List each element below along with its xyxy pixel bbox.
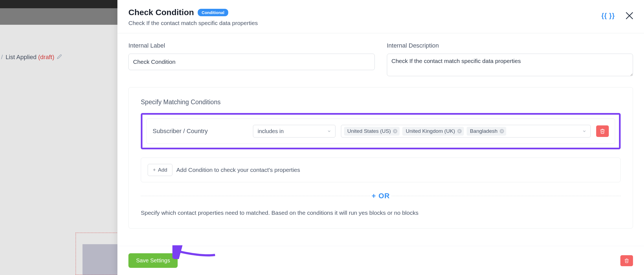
or-label: OR bbox=[379, 192, 390, 200]
conditions-panel: Specify Matching Conditions Subscriber /… bbox=[128, 87, 633, 229]
add-condition-row: + Add Add Condition to check your contac… bbox=[141, 158, 621, 182]
plus-icon: + bbox=[153, 167, 156, 173]
modal-subtitle: Check If the contact match specific data… bbox=[128, 20, 633, 26]
delete-condition-button[interactable] bbox=[596, 125, 609, 137]
modal-footer: Save Settings bbox=[117, 246, 644, 275]
internal-label-label: Internal Label bbox=[128, 42, 375, 49]
or-separator: + OR bbox=[141, 192, 621, 200]
internal-description-label: Internal Description bbox=[387, 42, 633, 49]
internal-description-input[interactable]: Check If the contact match specific data… bbox=[387, 54, 633, 76]
or-line-right bbox=[392, 196, 621, 196]
operator-value: includes in bbox=[258, 128, 284, 134]
chevron-down-icon bbox=[582, 129, 587, 133]
modal-title: Check Condition bbox=[128, 8, 194, 17]
tag-label: United Kingdom (UK) bbox=[406, 128, 455, 134]
conditions-title: Specify Matching Conditions bbox=[141, 98, 621, 106]
add-condition-desc: Add Condition to check your contact's pr… bbox=[176, 167, 300, 173]
smart-codes-button[interactable]: {{ }} bbox=[601, 12, 615, 20]
operator-select[interactable]: includes in bbox=[253, 125, 335, 138]
modal-body: Internal Label Internal Description Chec… bbox=[117, 33, 644, 246]
check-condition-modal: Check Condition Conditional Check If the… bbox=[117, 0, 644, 275]
plus-icon: + bbox=[371, 192, 376, 200]
tag-item: United States (US) ✕ bbox=[344, 127, 400, 136]
highlight-annotation: Subscriber / Country includes in United … bbox=[141, 113, 621, 149]
delete-step-button[interactable] bbox=[620, 255, 633, 266]
tag-remove-icon[interactable]: ✕ bbox=[500, 129, 504, 133]
modal-header: Check Condition Conditional Check If the… bbox=[117, 0, 644, 33]
conditions-helper-text: Specify which contact properties need to… bbox=[141, 210, 621, 216]
tag-remove-icon[interactable]: ✕ bbox=[457, 129, 462, 133]
tag-item: Bangladesh ✕ bbox=[467, 127, 506, 136]
values-multiselect[interactable]: United States (US) ✕ United Kingdom (UK)… bbox=[341, 125, 591, 138]
condition-field-label: Subscriber / Country bbox=[153, 128, 247, 135]
conditional-badge: Conditional bbox=[198, 9, 228, 16]
or-line-left bbox=[141, 196, 370, 196]
tag-label: United States (US) bbox=[347, 128, 391, 134]
add-condition-button[interactable]: + Add bbox=[148, 164, 172, 176]
add-button-label: Add bbox=[158, 167, 167, 173]
close-icon[interactable] bbox=[625, 11, 634, 20]
tag-list: United States (US) ✕ United Kingdom (UK)… bbox=[344, 127, 506, 136]
internal-label-input[interactable] bbox=[128, 54, 375, 70]
tag-label: Bangladesh bbox=[470, 128, 497, 134]
or-add-button[interactable]: + OR bbox=[370, 192, 391, 200]
chevron-down-icon bbox=[327, 129, 331, 133]
tag-remove-icon[interactable]: ✕ bbox=[393, 129, 397, 133]
condition-row: Subscriber / Country includes in United … bbox=[146, 119, 615, 144]
save-button[interactable]: Save Settings bbox=[128, 253, 178, 268]
tag-item: United Kingdom (UK) ✕ bbox=[402, 127, 464, 136]
